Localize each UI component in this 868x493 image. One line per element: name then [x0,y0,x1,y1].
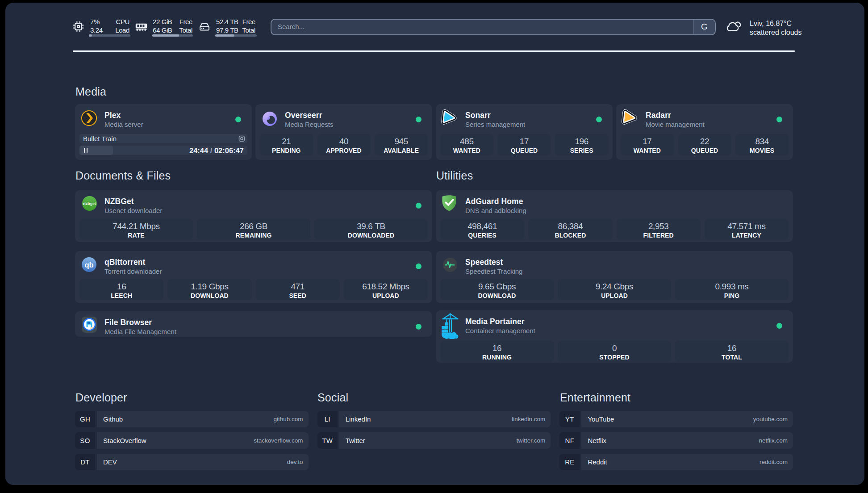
svg-text:qb: qb [84,261,93,269]
svg-text:nzbget: nzbget [83,201,96,206]
